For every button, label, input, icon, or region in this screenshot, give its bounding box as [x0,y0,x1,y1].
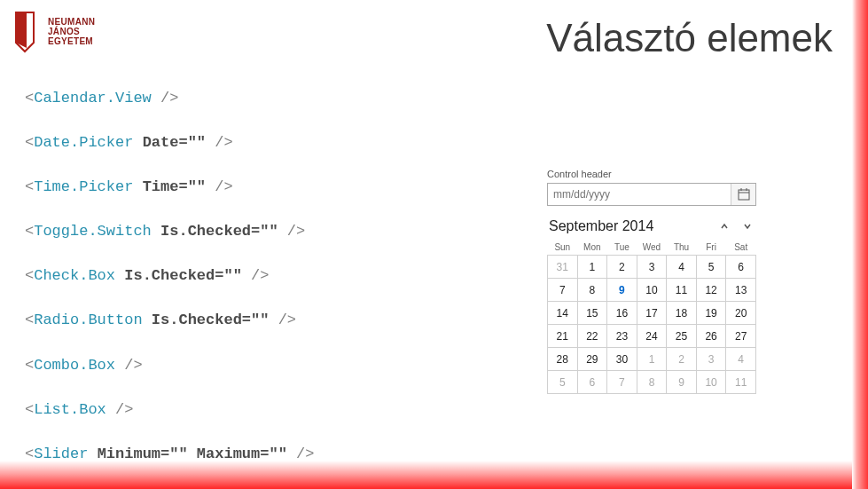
calendar-day[interactable]: 11 [667,279,697,302]
university-logo: NEUMANN JÁNOS EGYETEM [12,9,95,53]
calendar-grid: SunMonTueWedThuFriSat 311234567891011121… [547,240,756,394]
code-line: <Date.Picker Date="" /> [25,133,315,153]
calendar-dow: Thu [667,240,697,256]
calendar-day[interactable]: 4 [667,256,697,279]
calendar-dow: Sun [548,240,578,256]
month-header: September 2014 [547,215,756,240]
calendar-day[interactable]: 19 [696,302,726,325]
calendar-dow: Mon [577,240,607,256]
calendar-dow: Wed [637,240,667,256]
calendar-day[interactable]: 1 [637,348,667,371]
calendar-day[interactable]: 3 [637,256,667,279]
calendar-day[interactable]: 7 [548,279,578,302]
calendar-icon[interactable] [731,184,755,205]
slide-title: Választó elemek [546,16,833,60]
svg-rect-2 [739,190,749,200]
calendar-day[interactable]: 14 [548,302,578,325]
code-line: <Radio.Button Is.Checked="" /> [25,311,315,330]
calendar-day[interactable]: 17 [637,302,667,325]
svg-marker-1 [16,12,27,48]
code-line: <Toggle.Switch Is.Checked="" /> [25,222,315,241]
calendar-day[interactable]: 30 [607,348,637,371]
calendar-day[interactable]: 15 [577,302,607,325]
date-input[interactable] [548,184,731,205]
calendar-day[interactable]: 4 [726,348,756,371]
calendar-day[interactable]: 24 [637,325,667,348]
prev-month-icon[interactable] [717,219,731,233]
calendar-day[interactable]: 22 [577,325,607,348]
bottom-accent [0,461,852,489]
calendar-day[interactable]: 16 [607,302,637,325]
logo-text: NEUMANN JÁNOS EGYETEM [48,17,95,46]
code-line: <Calendar.View /> [25,89,315,108]
calendar-day[interactable]: 20 [726,302,756,325]
calendar-day[interactable]: 6 [577,371,607,394]
control-header-label: Control header [547,169,756,179]
calendar-day[interactable]: 28 [548,348,578,371]
calendar-day[interactable]: 8 [577,279,607,302]
calendar-day[interactable]: 9 [667,371,697,394]
calendar-day[interactable]: 26 [696,325,726,348]
calendar-widget: Control header September 2014 SunMonTueW… [547,169,756,394]
calendar-day[interactable]: 2 [607,256,637,279]
calendar-day[interactable]: 23 [607,325,637,348]
code-line: <List.Box /> [25,400,315,420]
calendar-day[interactable]: 9 [607,279,637,302]
calendar-day[interactable]: 21 [548,325,578,348]
calendar-dow: Tue [607,240,637,256]
calendar-day[interactable]: 29 [577,348,607,371]
right-accent [852,0,868,489]
calendar-day[interactable]: 25 [667,325,697,348]
code-listing: <Calendar.View /><Date.Picker Date="" />… [25,89,315,489]
calendar-day[interactable]: 31 [548,256,578,279]
calendar-day[interactable]: 1 [577,256,607,279]
calendar-day[interactable]: 6 [726,256,756,279]
calendar-day[interactable]: 5 [696,256,726,279]
calendar-day[interactable]: 3 [696,348,726,371]
code-line: <Check.Box Is.Checked="" /> [25,266,315,286]
calendar-day[interactable]: 12 [696,279,726,302]
calendar-day[interactable]: 10 [696,371,726,394]
calendar-day[interactable]: 18 [667,302,697,325]
calendar-day[interactable]: 8 [637,371,667,394]
calendar-day[interactable]: 5 [548,371,578,394]
calendar-day[interactable]: 2 [667,348,697,371]
logo-mark-icon [12,9,43,53]
code-line: <Time.Picker Time="" /> [25,177,315,197]
calendar-day[interactable]: 11 [726,371,756,394]
code-line: <Combo.Box /> [25,356,315,375]
calendar-day[interactable]: 7 [607,371,637,394]
calendar-day[interactable]: 10 [637,279,667,302]
calendar-day[interactable]: 13 [726,279,756,302]
month-label: September 2014 [549,218,653,234]
calendar-dow: Fri [696,240,726,256]
calendar-dow: Sat [726,240,756,256]
next-month-icon[interactable] [740,219,755,233]
calendar-day[interactable]: 27 [726,325,756,348]
date-input-row[interactable] [547,183,756,206]
